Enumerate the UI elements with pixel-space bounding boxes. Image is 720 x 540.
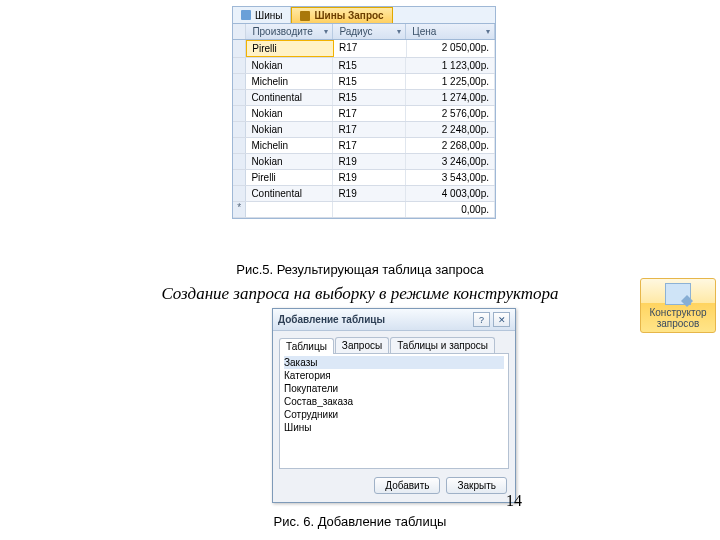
query-designer-button[interactable]: Конструктор запросов xyxy=(640,278,716,333)
table-row[interactable]: ContinentalR194 003,00р. xyxy=(233,186,495,202)
cell-price[interactable]: 3 246,00р. xyxy=(406,154,495,169)
dialog-listbox[interactable]: ЗаказыКатегорияПокупателиСостав_заказаСо… xyxy=(279,353,509,469)
table-row[interactable]: NokianR172 248,00р. xyxy=(233,122,495,138)
cell-price[interactable]: 2 050,00р. xyxy=(407,40,495,57)
cell-price[interactable]: 2 248,00р. xyxy=(406,122,495,137)
row-selector[interactable] xyxy=(233,122,246,137)
data-rows: PirelliR172 050,00р.NokianR151 123,00р.M… xyxy=(233,40,495,218)
help-icon: ? xyxy=(479,315,484,325)
tab-label: Шины xyxy=(255,10,282,21)
tab-label: Шины Запрос xyxy=(314,10,383,21)
list-item[interactable]: Состав_заказа xyxy=(284,395,504,408)
row-selector[interactable] xyxy=(233,74,246,89)
query-designer-icon xyxy=(665,283,691,305)
row-selector[interactable] xyxy=(233,58,246,73)
column-headers: Производите ▾ Радиус ▾ Цена ▾ xyxy=(233,24,495,40)
cell-maker[interactable]: Continental xyxy=(246,186,333,201)
cell-maker[interactable]: Pirelli xyxy=(246,40,334,57)
row-selector[interactable] xyxy=(233,170,246,185)
cell-price[interactable]: 2 576,00р. xyxy=(406,106,495,121)
col-label: Радиус xyxy=(339,26,372,37)
close-button2[interactable]: Закрыть xyxy=(446,477,507,494)
cell-maker[interactable]: Nokian xyxy=(246,122,333,137)
cell-radius[interactable]: R17 xyxy=(333,106,406,121)
datasheet-icon xyxy=(300,11,310,21)
dialog-buttons: Добавить Закрыть xyxy=(273,469,515,502)
cell-radius[interactable]: R15 xyxy=(333,90,406,105)
cell-maker[interactable]: Michelin xyxy=(246,138,333,153)
cell-maker[interactable]: Pirelli xyxy=(246,170,333,185)
cell-radius[interactable]: R19 xyxy=(333,154,406,169)
new-row[interactable]: 0,00р. xyxy=(233,202,495,218)
close-icon: ✕ xyxy=(498,315,506,325)
cell-radius[interactable]: R19 xyxy=(333,186,406,201)
list-item[interactable]: Категория xyxy=(284,369,504,382)
table-row[interactable]: NokianR193 246,00р. xyxy=(233,154,495,170)
list-item[interactable]: Шины xyxy=(284,421,504,434)
list-item[interactable]: Сотрудники xyxy=(284,408,504,421)
cell-radius[interactable]: R15 xyxy=(333,74,406,89)
page-number: 14 xyxy=(506,492,522,510)
row-selector[interactable] xyxy=(233,154,246,169)
row-selector[interactable] xyxy=(233,90,246,105)
help-button[interactable]: ? xyxy=(473,312,490,327)
table-row[interactable]: PirelliR172 050,00р. xyxy=(233,40,495,58)
col-label: Цена xyxy=(412,26,436,37)
cell-price[interactable]: 1 123,00р. xyxy=(406,58,495,73)
list-item[interactable]: Покупатели xyxy=(284,382,504,395)
cell-radius[interactable]: R19 xyxy=(333,170,406,185)
table-row[interactable]: NokianR172 576,00р. xyxy=(233,106,495,122)
table-row[interactable]: PirelliR193 543,00р. xyxy=(233,170,495,186)
table-row[interactable]: MichelinR151 225,00р. xyxy=(233,74,495,90)
row-selector[interactable] xyxy=(233,186,246,201)
cell-radius[interactable]: R15 xyxy=(333,58,406,73)
row-selector[interactable] xyxy=(233,106,246,121)
table-row[interactable]: NokianR151 123,00р. xyxy=(233,58,495,74)
col-radius[interactable]: Радиус ▾ xyxy=(333,24,406,39)
figure5-caption: Рис.5. Результирующая таблица запроса xyxy=(0,262,720,277)
col-label: Производите xyxy=(252,26,312,37)
cell-maker[interactable]: Nokian xyxy=(246,58,333,73)
row-selector-header xyxy=(233,24,246,39)
cell-price[interactable]: 1 225,00р. xyxy=(406,74,495,89)
add-button[interactable]: Добавить xyxy=(374,477,440,494)
dlg-tab-tables[interactable]: Таблицы xyxy=(279,338,334,354)
table-tabstrip: Шины Шины Запрос xyxy=(233,7,495,24)
dlg-tab-queries[interactable]: Запросы xyxy=(335,337,389,353)
cell-radius[interactable]: R17 xyxy=(333,122,406,137)
row-selector[interactable] xyxy=(233,40,246,57)
cell-price[interactable]: 3 543,00р. xyxy=(406,170,495,185)
cell-price[interactable]: 4 003,00р. xyxy=(406,186,495,201)
list-item[interactable]: Заказы xyxy=(284,356,504,369)
dialog-titlebar[interactable]: Добавление таблицы ? ✕ xyxy=(273,309,515,331)
close-button[interactable]: ✕ xyxy=(493,312,510,327)
table-row[interactable]: ContinentalR151 274,00р. xyxy=(233,90,495,106)
cell-maker[interactable]: Michelin xyxy=(246,74,333,89)
dialog-tabs: Таблицы Запросы Таблицы и запросы xyxy=(279,337,509,353)
tab-tires[interactable]: Шины xyxy=(233,7,291,23)
cell-radius[interactable]: R17 xyxy=(334,40,407,57)
col-maker[interactable]: Производите ▾ xyxy=(246,24,333,39)
chevron-down-icon: ▾ xyxy=(486,27,490,36)
cell-price[interactable]: 0,00р. xyxy=(406,202,495,217)
tab-tires-query[interactable]: Шины Запрос xyxy=(291,7,392,23)
ribbon-label-line1: Конструктор xyxy=(643,307,713,318)
add-table-dialog: Добавление таблицы ? ✕ Таблицы Запросы Т… xyxy=(272,308,516,503)
cell-maker[interactable] xyxy=(246,202,333,217)
chevron-down-icon: ▾ xyxy=(324,27,328,36)
query-result-table: Шины Шины Запрос Производите ▾ Радиус ▾ … xyxy=(232,6,496,219)
chevron-down-icon: ▾ xyxy=(397,27,401,36)
cell-maker[interactable]: Continental xyxy=(246,90,333,105)
cell-maker[interactable]: Nokian xyxy=(246,154,333,169)
col-price[interactable]: Цена ▾ xyxy=(406,24,495,39)
cell-price[interactable]: 1 274,00р. xyxy=(406,90,495,105)
dlg-tab-both[interactable]: Таблицы и запросы xyxy=(390,337,495,353)
cell-radius[interactable] xyxy=(333,202,406,217)
cell-price[interactable]: 2 268,00р. xyxy=(406,138,495,153)
table-row[interactable]: MichelinR172 268,00р. xyxy=(233,138,495,154)
cell-maker[interactable]: Nokian xyxy=(246,106,333,121)
row-selector[interactable] xyxy=(233,202,246,217)
section-heading: Создание запроса на выборку в режиме кон… xyxy=(0,284,720,304)
cell-radius[interactable]: R17 xyxy=(333,138,406,153)
row-selector[interactable] xyxy=(233,138,246,153)
